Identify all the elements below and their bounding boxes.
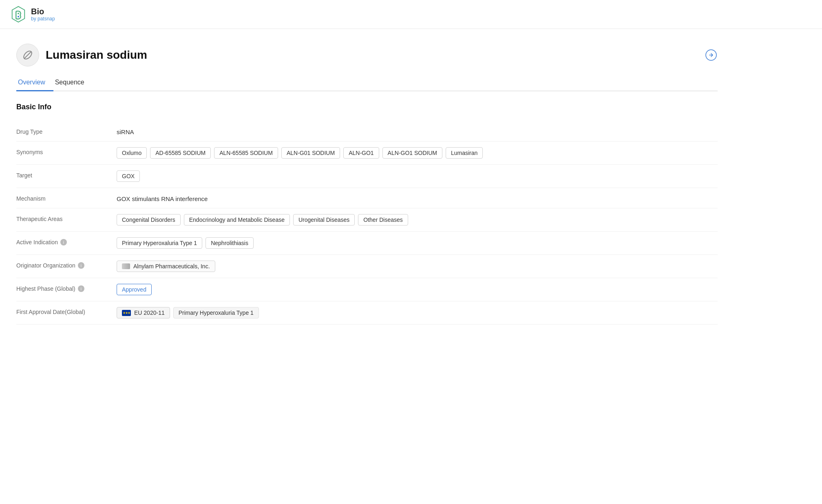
- indication-tag-0[interactable]: Primary Hyperoxaluria Type 1: [117, 237, 202, 249]
- header-action-icon[interactable]: [705, 49, 718, 62]
- logo[interactable]: Bio by patsnap: [10, 6, 55, 23]
- drug-type-row: Drug Type siRNA: [16, 121, 718, 141]
- first-approval-label: First Approval Date(Global): [16, 307, 110, 315]
- synonym-tag-0[interactable]: Oxlumo: [117, 147, 147, 159]
- active-indication-row: Active Indication i Primary Hyperoxaluri…: [16, 232, 718, 255]
- app-header: Bio by patsnap: [0, 0, 822, 29]
- highest-phase-label: Highest Phase (Global) i: [16, 284, 110, 292]
- eu-flag-icon: ★★★: [122, 310, 131, 316]
- therapeutic-tag-2[interactable]: Urogenital Diseases: [293, 214, 355, 225]
- org-name: Alnylam Pharmaceuticals, Inc.: [133, 263, 210, 270]
- drug-header: Lumasiran sodium: [16, 37, 718, 75]
- originator-info-icon[interactable]: i: [78, 262, 84, 269]
- synonyms-label: Synonyms: [16, 147, 110, 155]
- first-approval-region-tag[interactable]: ★★★ EU 2020-11: [117, 307, 170, 318]
- bio-logo-icon: [10, 6, 27, 23]
- tab-overview[interactable]: Overview: [16, 75, 53, 91]
- target-value: GOX: [117, 170, 718, 182]
- pill-icon: [22, 49, 34, 61]
- svg-line-3: [24, 52, 31, 59]
- tabs-container: Overview Sequence: [16, 75, 718, 91]
- synonym-tag-3[interactable]: ALN-G01 SODIUM: [281, 147, 340, 159]
- svg-point-0: [18, 13, 19, 14]
- drug-type-label: Drug Type: [16, 127, 110, 135]
- therapeutic-tag-0[interactable]: Congenital Disorders: [117, 214, 181, 225]
- therapeutic-areas-label: Therapeutic Areas: [16, 214, 110, 222]
- therapeutic-tag-3[interactable]: Other Diseases: [358, 214, 408, 225]
- synonym-tag-5[interactable]: ALN-GO1 SODIUM: [382, 147, 442, 159]
- first-approval-value: ★★★ EU 2020-11 Primary Hyperoxaluria Typ…: [117, 307, 718, 318]
- synonym-tag-2[interactable]: ALN-65585 SODIUM: [214, 147, 278, 159]
- logo-text: Bio by patsnap: [31, 7, 55, 22]
- indication-tag-1[interactable]: Nephrolithiasis: [206, 237, 254, 249]
- highest-phase-row: Highest Phase (Global) i Approved: [16, 278, 718, 301]
- svg-point-1: [18, 16, 19, 18]
- section-title: Basic Info: [16, 103, 718, 111]
- org-logo-image: [122, 263, 130, 269]
- first-approval-indication-tag[interactable]: Primary Hyperoxaluria Type 1: [173, 307, 259, 318]
- highest-phase-tag[interactable]: Approved: [117, 284, 152, 295]
- active-indication-value: Primary Hyperoxaluria Type 1 Nephrolithi…: [117, 237, 718, 249]
- mechanism-row: Mechanism GOX stimulants RNA interferenc…: [16, 188, 718, 208]
- mechanism-text: GOX stimulants RNA interference: [117, 194, 208, 202]
- therapeutic-areas-value: Congenital Disorders Endocrinology and M…: [117, 214, 718, 225]
- synonyms-value: Oxlumo AD-65585 SODIUM ALN-65585 SODIUM …: [117, 147, 718, 159]
- active-indication-label: Active Indication i: [16, 237, 110, 245]
- mechanism-label: Mechanism: [16, 194, 110, 202]
- synonym-tag-6[interactable]: Lumasiran: [446, 147, 483, 159]
- target-label: Target: [16, 170, 110, 179]
- synonym-tag-1[interactable]: AD-65585 SODIUM: [150, 147, 211, 159]
- tab-sequence[interactable]: Sequence: [53, 75, 93, 91]
- originator-org-row: Originator Organization i Alnylam Pharma…: [16, 255, 718, 278]
- originator-org-value: Alnylam Pharmaceuticals, Inc.: [117, 261, 718, 272]
- logo-patsnap-label: by patsnap: [31, 16, 55, 22]
- first-approval-region: EU 2020-11: [134, 309, 165, 316]
- page-content: Lumasiran sodium Overview Sequence Basic…: [0, 29, 734, 333]
- drug-type-text: siRNA: [117, 127, 134, 135]
- target-tag-0[interactable]: GOX: [117, 170, 140, 182]
- highest-phase-info-icon[interactable]: i: [78, 285, 84, 292]
- mechanism-value: GOX stimulants RNA interference: [117, 194, 718, 202]
- logo-bio-label: Bio: [31, 7, 55, 16]
- therapeutic-tag-1[interactable]: Endocrinology and Metabolic Disease: [184, 214, 290, 225]
- highest-phase-value: Approved: [117, 284, 718, 295]
- first-approval-row: First Approval Date(Global) ★★★ EU 2020-…: [16, 301, 718, 325]
- active-indication-info-icon[interactable]: i: [60, 239, 67, 245]
- drug-name: Lumasiran sodium: [46, 49, 147, 62]
- target-row: Target GOX: [16, 165, 718, 188]
- drug-type-value: siRNA: [117, 127, 718, 135]
- basic-info-section: Basic Info Drug Type siRNA Synonyms Oxlu…: [16, 103, 718, 325]
- synonyms-row: Synonyms Oxlumo AD-65585 SODIUM ALN-6558…: [16, 141, 718, 165]
- originator-org-tag[interactable]: Alnylam Pharmaceuticals, Inc.: [117, 261, 215, 272]
- avatar: [16, 44, 39, 66]
- synonym-tag-4[interactable]: ALN-GO1: [343, 147, 379, 159]
- originator-org-label: Originator Organization i: [16, 261, 110, 269]
- therapeutic-areas-row: Therapeutic Areas Congenital Disorders E…: [16, 208, 718, 232]
